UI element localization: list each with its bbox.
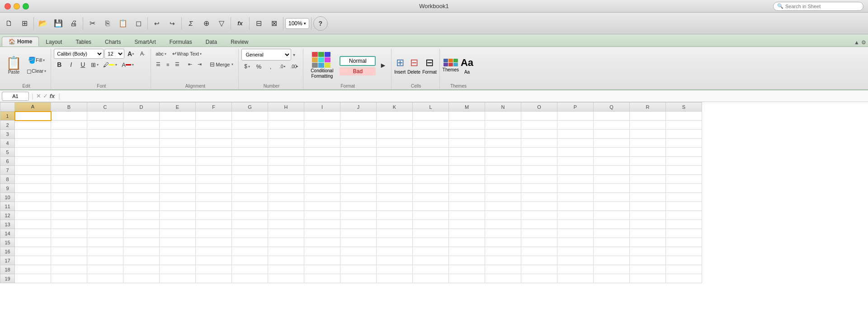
cell-Q5[interactable] — [594, 148, 630, 157]
cell-Q10[interactable] — [594, 193, 630, 202]
cell-K5[interactable] — [377, 148, 413, 157]
row-header-3[interactable]: 3 — [0, 130, 15, 139]
search-input[interactable] — [785, 4, 859, 9]
cell-G14[interactable] — [232, 229, 268, 238]
cell-P11[interactable] — [557, 202, 594, 211]
cell-L12[interactable] — [413, 211, 449, 220]
cell-I9[interactable] — [304, 184, 340, 193]
font-family-select[interactable]: Calibri (Body) — [54, 49, 104, 59]
clear-formatting-button[interactable]: ◻ — [131, 16, 146, 31]
cell-S14[interactable] — [666, 229, 702, 238]
cell-J12[interactable] — [340, 211, 377, 220]
cell-P1[interactable] — [557, 112, 594, 121]
cell-S3[interactable] — [666, 130, 702, 139]
row-header-8[interactable]: 8 — [0, 175, 15, 184]
spreadsheet[interactable]: ABCDEFGHIJKLMNOPQRS 12345678910111213141… — [0, 102, 868, 313]
cell-P10[interactable] — [557, 193, 594, 202]
cell-Q8[interactable] — [594, 175, 630, 184]
cell-F14[interactable] — [196, 229, 232, 238]
cell-Q6[interactable] — [594, 157, 630, 166]
zoom-control[interactable]: 100% ▾ — [285, 18, 309, 29]
cell-H16[interactable] — [268, 247, 304, 256]
cell-A4[interactable] — [15, 139, 51, 148]
cell-C19[interactable] — [87, 274, 123, 283]
cell-G17[interactable] — [232, 256, 268, 265]
cell-N17[interactable] — [485, 256, 521, 265]
cell-E1[interactable] — [160, 112, 196, 121]
indent-increase-button[interactable]: ⇥ — [195, 61, 204, 69]
cell-F1[interactable] — [196, 112, 232, 121]
cell-E17[interactable] — [160, 256, 196, 265]
cell-K19[interactable] — [377, 274, 413, 283]
sum-button[interactable]: Σ — [184, 16, 198, 31]
increase-decimal-button[interactable]: .00▸ — [288, 61, 300, 71]
cell-C13[interactable] — [87, 220, 123, 229]
cell-B18[interactable] — [51, 265, 87, 274]
cell-O8[interactable] — [521, 175, 557, 184]
cell-F11[interactable] — [196, 202, 232, 211]
cell-N16[interactable] — [485, 247, 521, 256]
cell-O4[interactable] — [521, 139, 557, 148]
cell-A3[interactable] — [15, 130, 51, 139]
cell-L18[interactable] — [413, 265, 449, 274]
cell-S11[interactable] — [666, 202, 702, 211]
cell-J15[interactable] — [340, 238, 377, 247]
cell-M7[interactable] — [449, 166, 485, 175]
cell-C16[interactable] — [87, 247, 123, 256]
cell-C14[interactable] — [87, 229, 123, 238]
cell-F5[interactable] — [196, 148, 232, 157]
cell-D4[interactable] — [123, 139, 160, 148]
cell-R17[interactable] — [630, 256, 666, 265]
underline-button[interactable]: U — [77, 60, 88, 70]
cell-H11[interactable] — [268, 202, 304, 211]
cell-D1[interactable] — [123, 112, 160, 121]
col-header-C[interactable]: C — [87, 103, 123, 112]
bold-button[interactable]: B — [54, 60, 65, 70]
row-header-5[interactable]: 5 — [0, 148, 15, 157]
cell-A18[interactable] — [15, 265, 51, 274]
cell-E5[interactable] — [160, 148, 196, 157]
cell-E13[interactable] — [160, 220, 196, 229]
cell-A14[interactable] — [15, 229, 51, 238]
cell-I3[interactable] — [304, 130, 340, 139]
cell-D12[interactable] — [123, 211, 160, 220]
row-header-2[interactable]: 2 — [0, 121, 15, 130]
col-header-N[interactable]: N — [485, 103, 521, 112]
ribbon-collapse-button[interactable]: ▲ — [854, 39, 859, 46]
cell-L19[interactable] — [413, 274, 449, 283]
cell-I13[interactable] — [304, 220, 340, 229]
open-button[interactable]: 📂 — [36, 16, 50, 31]
cell-K17[interactable] — [377, 256, 413, 265]
cell-J3[interactable] — [340, 130, 377, 139]
help-button[interactable]: ? — [313, 16, 328, 31]
cell-L15[interactable] — [413, 238, 449, 247]
cell-J6[interactable] — [340, 157, 377, 166]
row-header-10[interactable]: 10 — [0, 193, 15, 202]
tab-review[interactable]: Review — [224, 37, 255, 47]
cell-H17[interactable] — [268, 256, 304, 265]
cell-K9[interactable] — [377, 184, 413, 193]
cell-I1[interactable] — [304, 112, 340, 121]
cell-H9[interactable] — [268, 184, 304, 193]
formula-input[interactable] — [64, 92, 866, 101]
cell-H2[interactable] — [268, 121, 304, 130]
cell-H19[interactable] — [268, 274, 304, 283]
cell-K7[interactable] — [377, 166, 413, 175]
cell-P13[interactable] — [557, 220, 594, 229]
cell-N14[interactable] — [485, 229, 521, 238]
cell-A11[interactable] — [15, 202, 51, 211]
number-format-select[interactable]: General — [241, 49, 291, 61]
cell-I14[interactable] — [304, 229, 340, 238]
redo-button[interactable]: ↪ — [165, 16, 179, 31]
cell-N10[interactable] — [485, 193, 521, 202]
cell-Q17[interactable] — [594, 256, 630, 265]
cell-A17[interactable] — [15, 256, 51, 265]
row-header-15[interactable]: 15 — [0, 238, 15, 247]
cell-R4[interactable] — [630, 139, 666, 148]
col-header-G[interactable]: G — [232, 103, 268, 112]
cell-D10[interactable] — [123, 193, 160, 202]
cell-Q2[interactable] — [594, 121, 630, 130]
cell-P2[interactable] — [557, 121, 594, 130]
cell-F12[interactable] — [196, 211, 232, 220]
tab-tables[interactable]: Tables — [69, 37, 98, 47]
